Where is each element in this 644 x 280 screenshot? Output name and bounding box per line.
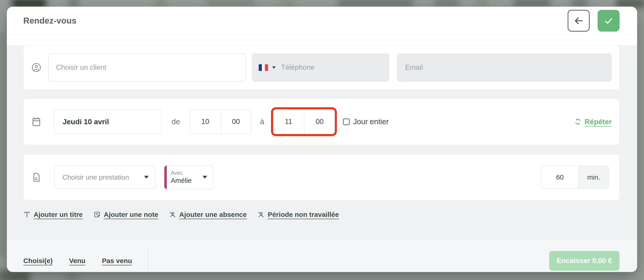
service-select[interactable]: Choisir une prestation bbox=[54, 166, 156, 189]
phone-input[interactable] bbox=[281, 63, 382, 72]
client-input[interactable] bbox=[48, 53, 246, 82]
add-title-link[interactable]: Ajouter un titre bbox=[23, 211, 83, 218]
user-slash-icon bbox=[169, 211, 176, 218]
all-day-checkbox[interactable] bbox=[343, 119, 350, 125]
staff-text: Avec Amélie bbox=[171, 170, 192, 185]
duration-field: min. bbox=[541, 166, 609, 189]
phone-field[interactable] bbox=[252, 53, 390, 82]
add-note-link[interactable]: Ajouter une note bbox=[94, 211, 158, 218]
start-minute-input[interactable] bbox=[220, 110, 251, 134]
all-day-label: Jour entier bbox=[353, 117, 389, 126]
caret-down-icon bbox=[202, 176, 207, 179]
backdrop-blob bbox=[0, 32, 6, 256]
modal-body: de à Jour entier bbox=[7, 45, 637, 239]
user-circle-icon bbox=[31, 62, 42, 73]
backdrop-blob bbox=[514, 0, 550, 7]
back-button[interactable] bbox=[568, 10, 590, 32]
add-absence-link[interactable]: Ajouter une absence bbox=[169, 211, 246, 218]
service-placeholder: Choisir une prestation bbox=[62, 173, 129, 181]
backdrop-blob bbox=[434, 0, 459, 7]
backdrop-blob bbox=[65, 271, 79, 280]
screen: Rendez-vous bbox=[0, 0, 644, 280]
status-link-came[interactable]: Venu bbox=[69, 257, 86, 265]
backdrop-blob bbox=[571, 0, 587, 7]
checkout-button[interactable]: Encaisser 0,00 € bbox=[549, 251, 620, 271]
staff-prefix: Avec bbox=[171, 170, 192, 176]
status-link-no-show[interactable]: Pas venu bbox=[102, 257, 132, 265]
repeat-icon bbox=[574, 118, 582, 125]
repeat-label: Répéter bbox=[584, 118, 612, 126]
duration-unit: min. bbox=[578, 166, 609, 189]
backdrop-blob bbox=[68, 0, 79, 7]
user-slash-icon bbox=[257, 211, 265, 218]
staff-name: Amélie bbox=[171, 176, 192, 185]
start-hour-input[interactable] bbox=[190, 110, 220, 134]
end-time-group-highlight-annotation bbox=[271, 107, 337, 136]
page-title: Rendez-vous bbox=[23, 16, 76, 26]
calendar-icon bbox=[31, 116, 42, 127]
text-title-icon bbox=[23, 211, 30, 218]
from-label: de bbox=[172, 117, 180, 126]
modal-header: Rendez-vous bbox=[7, 7, 637, 35]
check-icon bbox=[603, 16, 614, 26]
backdrop-blob bbox=[281, 0, 294, 7]
repeat-link[interactable]: Répéter bbox=[574, 118, 612, 126]
date-input[interactable] bbox=[54, 109, 162, 134]
status-link-chosen[interactable]: Choisi(e) bbox=[23, 257, 52, 265]
start-time-group bbox=[190, 109, 252, 134]
caret-down-icon bbox=[144, 176, 149, 179]
duration-input[interactable] bbox=[541, 166, 578, 189]
staff-select[interactable]: Avec Amélie bbox=[164, 165, 213, 189]
end-hour-input[interactable] bbox=[273, 109, 304, 134]
footer-divider bbox=[148, 248, 148, 272]
chevron-down-icon[interactable] bbox=[272, 66, 276, 69]
staff-color-bar bbox=[164, 166, 167, 189]
backdrop-blob bbox=[477, 0, 488, 7]
note-icon bbox=[94, 211, 101, 218]
arrow-left-icon bbox=[574, 16, 584, 26]
end-minute-input[interactable] bbox=[304, 109, 335, 134]
to-label: à bbox=[260, 117, 264, 126]
header-actions bbox=[568, 10, 620, 32]
backdrop-blob bbox=[154, 0, 166, 7]
email-input[interactable] bbox=[397, 53, 612, 82]
appointment-modal: Rendez-vous bbox=[7, 7, 637, 272]
service-section: Choisir une prestation Avec Amélie bbox=[23, 154, 620, 200]
quick-actions: Ajouter un titre Ajouter une note bbox=[23, 208, 620, 221]
client-section bbox=[23, 45, 620, 90]
schedule-section: de à Jour entier bbox=[23, 99, 620, 145]
backdrop-blob bbox=[207, 0, 255, 7]
non-working-period-link[interactable]: Période non travaillée bbox=[257, 211, 339, 218]
backdrop-blob bbox=[338, 0, 414, 7]
file-icon bbox=[31, 172, 42, 183]
modal-footer: Choisi(e) Venu Pas venu Encaisser 0,00 € bbox=[7, 239, 637, 272]
france-flag-icon[interactable] bbox=[259, 64, 268, 71]
confirm-button[interactable] bbox=[598, 10, 620, 32]
